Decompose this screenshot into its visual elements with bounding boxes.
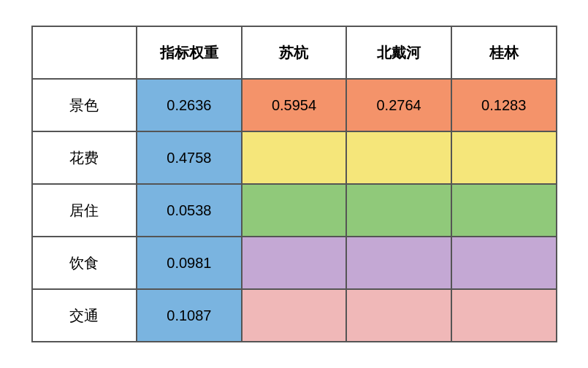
- cell-jingse-col1: 0.5954: [242, 79, 347, 131]
- header-col2: 北戴河: [346, 26, 451, 79]
- cell-jiaotong-weight: 0.1087: [137, 289, 242, 342]
- cell-yinshi-weight: 0.0981: [137, 237, 242, 289]
- cell-jingse-label: 景色: [32, 79, 137, 131]
- cell-yinshi-col2: [346, 237, 451, 289]
- cell-huafei-weight: 0.4758: [137, 131, 242, 184]
- header-row: 指标权重 苏杭 北戴河 桂林: [32, 26, 557, 79]
- cell-juzhu-col1: [242, 184, 347, 237]
- table-wrapper: 指标权重 苏杭 北戴河 桂林 景色0.26360.59540.27640.128…: [0, 0, 588, 368]
- cell-huafei-col1: [242, 131, 347, 184]
- cell-juzhu-weight: 0.0538: [137, 184, 242, 237]
- header-label: [32, 26, 137, 79]
- header-col3: 桂林: [451, 26, 557, 79]
- table-row-yinshi: 饮食0.0981: [32, 237, 557, 289]
- cell-jiaotong-col1: [242, 289, 347, 342]
- header-col1: 苏杭: [242, 26, 347, 79]
- cell-yinshi-col3: [451, 237, 557, 289]
- cell-jingse-col2: 0.2764: [346, 79, 451, 131]
- cell-yinshi-label: 饮食: [32, 237, 137, 289]
- cell-jingse-weight: 0.2636: [137, 79, 242, 131]
- table-row-huafei: 花费0.4758: [32, 131, 557, 184]
- cell-juzhu-col2: [346, 184, 451, 237]
- cell-jiaotong-col2: [346, 289, 451, 342]
- cell-juzhu-col3: [451, 184, 557, 237]
- main-table: 指标权重 苏杭 北戴河 桂林 景色0.26360.59540.27640.128…: [31, 26, 557, 342]
- cell-jiaotong-col3: [451, 289, 557, 342]
- cell-yinshi-col1: [242, 237, 347, 289]
- table-row-jingse: 景色0.26360.59540.27640.1283: [32, 79, 557, 131]
- cell-juzhu-label: 居住: [32, 184, 137, 237]
- cell-huafei-col2: [346, 131, 451, 184]
- cell-huafei-label: 花费: [32, 131, 137, 184]
- cell-jiaotong-label: 交通: [32, 289, 137, 342]
- header-weight: 指标权重: [137, 26, 242, 79]
- cell-jingse-col3: 0.1283: [451, 79, 557, 131]
- table-row-jiaotong: 交通0.1087: [32, 289, 557, 342]
- table-row-juzhu: 居住0.0538: [32, 184, 557, 237]
- cell-huafei-col3: [451, 131, 557, 184]
